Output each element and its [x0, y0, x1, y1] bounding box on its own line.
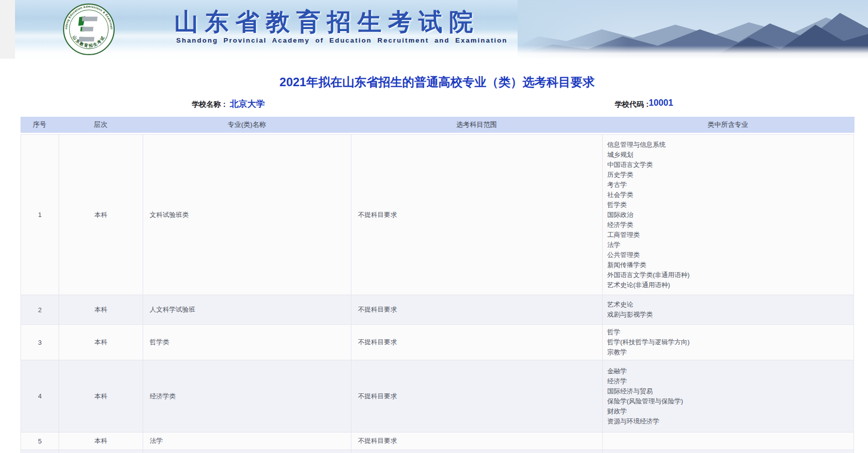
cell-major: 文科试验班类 — [143, 135, 351, 295]
included-major: 中国语言文学类 — [607, 160, 853, 170]
included-major: 哲学类 — [607, 200, 853, 210]
table-row: 1本科文科试验班类不提科目要求信息管理与信息系统城乡规划中国语言文学类历史学类考… — [21, 135, 854, 295]
cell-empty — [143, 450, 351, 453]
cell-included: 信息管理与信息系统城乡规划中国语言文学类历史学类考古学社会学类哲学类国际政治经济… — [603, 135, 854, 295]
table-row: 3本科哲学类不提科目要求哲学哲学(科技哲学与逻辑学方向)宗教学 — [21, 325, 854, 360]
cell-included: 金融学经济学国际经济与贸易保险学(风险管理与保险学)财政学资源与环境经济学 — [603, 360, 854, 432]
cell-empty — [603, 450, 854, 453]
cell-level: 本科 — [59, 432, 143, 450]
included-major: 外国语言文学类(非通用语种) — [607, 270, 853, 280]
included-major: 经济学 — [607, 376, 853, 386]
included-major: 国际政治 — [607, 210, 853, 220]
included-major: 资源与环境经济学 — [607, 416, 853, 426]
included-major: 财政学 — [607, 406, 853, 416]
cell-empty — [351, 450, 603, 453]
included-major: 哲学 — [607, 327, 853, 337]
cell-subjects: 不提科目要求 — [351, 360, 603, 432]
school-name-label: 学校名称： — [192, 100, 228, 109]
cell-subjects: 不提科目要求 — [351, 295, 603, 325]
cell-no: 5 — [21, 432, 59, 450]
header-included: 类中所含专业 — [602, 120, 853, 129]
included-major: 城乡规划 — [607, 150, 853, 160]
included-major: 宗教学 — [607, 347, 853, 357]
table-body: 1本科文科试验班类不提科目要求信息管理与信息系统城乡规划中国语言文学类历史学类考… — [21, 135, 854, 453]
site-banner: Shandong Education Admissions & Examinat… — [15, 0, 868, 59]
header-subjects: 选考科目范围 — [351, 120, 602, 129]
school-code-label: 学校代码： — [615, 100, 651, 109]
cell-empty — [21, 450, 59, 453]
cell-included: 艺术史论戏剧与影视学类 — [603, 295, 854, 325]
included-major: 金融学 — [607, 366, 853, 376]
included-major: 保险学(风险管理与保险学) — [607, 396, 853, 406]
header-level: 层次 — [59, 120, 143, 129]
page-title: 2021年拟在山东省招生的普通高校专业（类）选考科目要求 — [21, 74, 853, 90]
table-row: 4本科经济学类不提科目要求金融学经济学国际经济与贸易保险学(风险管理与保险学)财… — [21, 360, 854, 432]
cell-subjects: 不提科目要求 — [351, 135, 603, 295]
included-major: 哲学(科技哲学与逻辑学方向) — [607, 337, 853, 347]
school-code-value: 10001 — [649, 98, 673, 108]
table-row: 2本科人文科学试验班不提科目要求艺术史论戏剧与影视学类 — [21, 295, 854, 325]
cell-included: 哲学哲学(科技哲学与逻辑学方向)宗教学 — [603, 325, 854, 360]
included-major: 社会学类 — [607, 190, 853, 200]
included-major: 艺术史论 — [607, 300, 853, 310]
included-major: 新闻传播学类 — [607, 260, 853, 270]
table-row: 5本科法学不提科目要求 — [21, 432, 854, 450]
org-name-chinese: 山东省教育招生考试院 — [174, 6, 480, 38]
included-major: 经济学类 — [607, 220, 853, 230]
cell-subjects: 不提科目要求 — [351, 325, 603, 360]
page-left-margin — [0, 0, 15, 59]
cell-level: 本科 — [59, 325, 143, 360]
included-major: 信息管理与信息系统 — [607, 140, 853, 150]
cell-major: 哲学类 — [143, 325, 351, 360]
org-name-english: Shandong Provincial Academy of Education… — [176, 37, 508, 44]
cell-included — [603, 432, 854, 450]
site-logo-icon: Shandong Education Admissions & Examinat… — [63, 3, 115, 56]
included-major: 工商管理类 — [607, 230, 853, 240]
included-major: 戏剧与影视学类 — [607, 310, 853, 320]
table-header-row: 序号 层次 专业(类)名称 选考科目范围 类中所含专业 — [21, 117, 854, 133]
cell-major: 法学 — [143, 432, 351, 450]
cell-major: 经济学类 — [143, 360, 351, 432]
requirements-table: 序号 层次 专业(类)名称 选考科目范围 类中所含专业 1本科文科试验班类不提科… — [21, 117, 855, 453]
cell-level: 本科 — [59, 360, 143, 432]
included-major: 法学 — [607, 240, 853, 250]
school-name-value: 北京大学 — [230, 98, 265, 110]
cell-major: 人文科学试验班 — [143, 295, 351, 325]
table-row-partial — [21, 450, 854, 453]
cell-no: 3 — [21, 325, 59, 360]
cell-subjects: 不提科目要求 — [351, 432, 603, 450]
table-body-grid: 1本科文科试验班类不提科目要求信息管理与信息系统城乡规划中国语言文学类历史学类考… — [21, 134, 854, 453]
header-major: 专业(类)名称 — [143, 120, 351, 129]
cell-empty — [59, 450, 143, 453]
cell-no: 4 — [21, 360, 59, 432]
included-major: 公共管理类 — [607, 250, 853, 260]
cell-level: 本科 — [59, 135, 143, 295]
header-no: 序号 — [21, 120, 59, 129]
included-major: 历史学类 — [607, 170, 853, 180]
cell-no: 1 — [21, 135, 59, 295]
cell-no: 2 — [21, 295, 59, 325]
included-major: 艺术史论(非通用语种) — [607, 280, 853, 290]
cell-level: 本科 — [59, 295, 143, 325]
included-major: 国际经济与贸易 — [607, 386, 853, 396]
banner-wave — [15, 46, 868, 59]
included-major: 考古学 — [607, 180, 853, 190]
